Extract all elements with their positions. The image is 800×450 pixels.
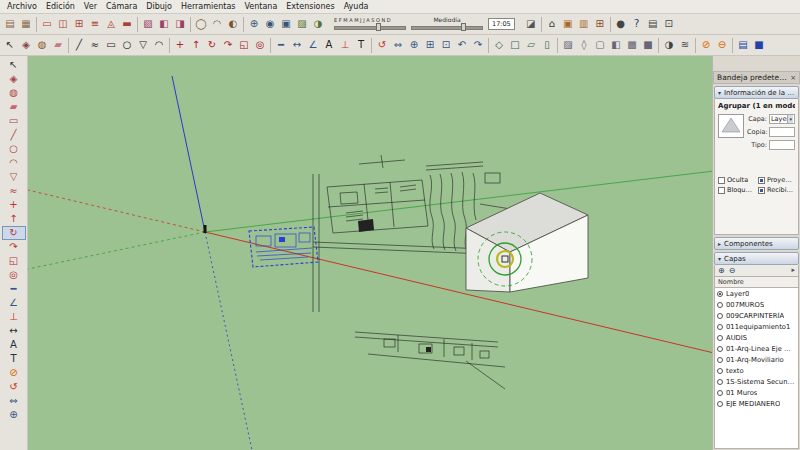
dimensions-tool[interactable]: ↔ xyxy=(2,324,26,338)
scale-tool[interactable]: ◱ xyxy=(2,254,26,268)
layers-name-header[interactable]: Nombre xyxy=(714,277,799,288)
section-components[interactable]: Componentes xyxy=(714,237,799,250)
layer-row[interactable]: texto xyxy=(715,365,798,376)
dimensions-tool[interactable]: ↔ xyxy=(289,36,305,54)
polygon-tool[interactable]: ▽ xyxy=(135,36,151,54)
layer-row[interactable]: 01-Arq-Moviliario xyxy=(715,354,798,365)
layers-manager[interactable]: ▧ xyxy=(140,15,156,33)
box-group[interactable] xyxy=(466,193,588,292)
menu-dibujo[interactable]: Dibujo xyxy=(142,1,176,12)
layer-row[interactable]: Layer0 xyxy=(715,288,798,299)
pan-tool[interactable]: ⇔ xyxy=(390,36,406,54)
layer-radio[interactable] xyxy=(717,379,723,385)
layer-dropdown[interactable]: Layer0 xyxy=(769,114,795,124)
offset-tool[interactable]: ◎ xyxy=(2,268,26,282)
offset-tool[interactable]: ◎ xyxy=(252,36,268,54)
next-view[interactable]: ↷ xyxy=(470,36,486,54)
menu-herramientas[interactable]: Herramientas xyxy=(177,1,240,12)
delete-layer-button[interactable] xyxy=(729,266,736,275)
paint-bucket[interactable]: ◍ xyxy=(2,86,26,100)
view-iso[interactable]: ◇ xyxy=(491,36,507,54)
cad-window-tool[interactable]: ⊞ xyxy=(71,15,87,33)
menu-ver[interactable]: Ver xyxy=(80,1,101,12)
layer-radio[interactable] xyxy=(717,401,723,407)
layer-radio[interactable] xyxy=(717,346,723,352)
rotate-tool[interactable]: ↻ xyxy=(204,36,220,54)
layers-detail-arrow[interactable] xyxy=(791,266,795,275)
checkbox-proyectar-sombras[interactable]: Proyectar sombras xyxy=(758,176,795,184)
select-tool[interactable]: ↖ xyxy=(2,36,18,54)
menu-extensiones[interactable]: Extensiones xyxy=(282,1,338,12)
freehand-tool[interactable]: ≈ xyxy=(87,36,103,54)
make-component[interactable]: ◈ xyxy=(2,72,26,86)
cad-wall-tool[interactable]: ▭ xyxy=(39,15,55,33)
circle-tool[interactable]: ○ xyxy=(119,36,135,54)
cad-slab-tool[interactable]: ▬ xyxy=(119,15,135,33)
layer-row[interactable]: 1S-Sistema Secundario xyxy=(715,376,798,387)
rectangle-tool[interactable]: ▭ xyxy=(103,36,119,54)
layers-panel-toggle[interactable]: ▤ xyxy=(735,36,751,54)
zoom-window-tool[interactable]: ⊞ xyxy=(422,36,438,54)
layer-row[interactable]: 01 Muros xyxy=(715,387,798,398)
selected-component[interactable] xyxy=(249,227,318,267)
shadow-date-slider[interactable] xyxy=(334,23,406,31)
menu-ventana[interactable]: Ventana xyxy=(240,1,281,12)
style-wireframe[interactable]: ◊ xyxy=(576,36,592,54)
help[interactable]: ? xyxy=(629,15,645,33)
tape-measure[interactable]: ━ xyxy=(2,282,26,296)
pan-tool[interactable]: ⇔ xyxy=(2,394,26,408)
layer-radio[interactable] xyxy=(717,368,723,374)
line-tool[interactable]: ╱ xyxy=(71,36,87,54)
zoom-tool[interactable]: ⊕ xyxy=(406,36,422,54)
orbit-tool[interactable]: ↺ xyxy=(374,36,390,54)
move-tool[interactable]: + xyxy=(172,36,188,54)
preferences[interactable]: ⊡ xyxy=(661,15,677,33)
layer-radio[interactable] xyxy=(717,302,723,308)
layer-radio[interactable] xyxy=(717,390,723,396)
eraser-tool[interactable]: ▰ xyxy=(2,100,26,114)
section-layers[interactable]: Capas xyxy=(714,252,799,265)
add-layer-button[interactable] xyxy=(718,266,725,275)
3d-text-tool[interactable]: T xyxy=(2,352,26,366)
style-textured[interactable]: ▩ xyxy=(624,36,640,54)
3d-text-tool[interactable]: T xyxy=(353,36,369,54)
section-plane-tool[interactable]: ⊘ xyxy=(698,36,714,54)
layer-radio[interactable] xyxy=(717,313,723,319)
tray-close-icon[interactable] xyxy=(790,74,796,82)
camera-views[interactable]: ◉ xyxy=(262,15,278,33)
scale-tool[interactable]: ◱ xyxy=(236,36,252,54)
layer-radio[interactable] xyxy=(717,335,723,341)
home-view[interactable]: ⌂ xyxy=(544,15,560,33)
push-pull-tool[interactable]: ↑ xyxy=(188,36,204,54)
fog-toggle[interactable]: ≋ xyxy=(677,36,693,54)
text-tool[interactable]: A xyxy=(2,338,26,352)
follow-me-tool[interactable]: ↷ xyxy=(220,36,236,54)
layer-radio[interactable] xyxy=(717,324,723,330)
paint-bucket[interactable]: ◍ xyxy=(34,36,50,54)
time-slider-thumb[interactable] xyxy=(461,23,466,31)
arc-tool[interactable]: ◠ xyxy=(2,156,26,170)
move-tool[interactable]: + xyxy=(2,198,26,212)
menu-archivo[interactable]: Archivo xyxy=(3,1,41,12)
extension-warehouse[interactable]: ⊞ xyxy=(592,15,608,33)
text-tool[interactable]: A xyxy=(321,36,337,54)
view-top[interactable]: □ xyxy=(507,36,523,54)
materials-browser[interactable]: ▨ xyxy=(294,15,310,33)
share-model[interactable]: ▥ xyxy=(576,15,592,33)
layer-row[interactable]: 011equipamiento1 xyxy=(715,321,798,332)
circle-tool[interactable]: ○ xyxy=(2,142,26,156)
shadows-toggle[interactable]: ◑ xyxy=(661,36,677,54)
previous-view[interactable]: ↶ xyxy=(454,36,470,54)
menu-edicion[interactable]: Edición xyxy=(42,1,79,12)
layer-hide[interactable]: ◨ xyxy=(172,15,188,33)
style-shaded[interactable]: ◧ xyxy=(608,36,624,54)
view-side[interactable]: ▯ xyxy=(539,36,555,54)
axes-tool[interactable]: ⊥ xyxy=(337,36,353,54)
checkbox-recibir-sombras[interactable]: Recibir sombras xyxy=(758,186,795,194)
menu-camara[interactable]: Cámara xyxy=(102,1,141,12)
model-info[interactable]: ▤ xyxy=(645,15,661,33)
eraser-tool[interactable]: ▰ xyxy=(50,36,66,54)
layer-row[interactable]: 007MUROS xyxy=(715,299,798,310)
styles-panel-toggle[interactable]: ■ xyxy=(751,36,767,54)
make-component[interactable]: ◈ xyxy=(18,36,34,54)
